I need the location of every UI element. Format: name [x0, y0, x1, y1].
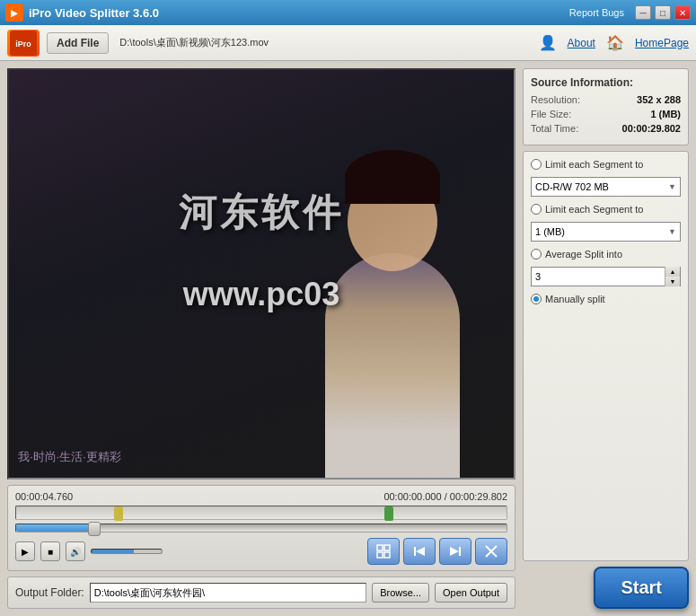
title-bar-right: Report Bugs ─ □ ✕: [569, 5, 691, 20]
video-area: 河东软件 www.pc03 我·时尚·生活·更精彩: [7, 68, 515, 480]
about-button[interactable]: About: [568, 37, 595, 49]
spinbox-up-button[interactable]: ▲: [665, 267, 680, 277]
resolution-value: 352 x 288: [637, 94, 681, 105]
minimize-button[interactable]: ─: [635, 5, 651, 20]
progress-thumb[interactable]: [88, 522, 101, 536]
title-bar: ▶ iPro Video Splitter 3.6.0 Report Bugs …: [0, 0, 696, 25]
option1-select-value: CD-R/W 702 MB: [535, 181, 609, 192]
resolution-row: Resolution: 352 x 288: [531, 94, 681, 105]
option4-label: Manually split: [545, 294, 605, 304]
svg-rect-8: [459, 547, 461, 556]
progress-fill: [16, 524, 94, 532]
maximize-button[interactable]: □: [655, 5, 671, 20]
spinbox-buttons: ▲ ▼: [665, 267, 680, 286]
file-path-display: D:\tools\桌面\新视频\河东123.mov: [116, 34, 323, 51]
right-panel: Source Information: Resolution: 352 x 28…: [523, 68, 689, 609]
person-icon: 👤: [539, 34, 557, 51]
totaltime-label: Total Time:: [531, 123, 578, 134]
totaltime-row: Total Time: 00:00:29.802: [531, 123, 681, 134]
watermark-url-text: www.pc03: [183, 276, 340, 313]
svg-marker-7: [416, 547, 425, 556]
report-bugs-text: Report Bugs: [569, 7, 624, 18]
progress-bar[interactable]: [15, 524, 507, 532]
app-logo: iPro: [7, 30, 40, 57]
output-bar: Output Folder: Browse... Open Output: [7, 576, 515, 609]
svg-marker-9: [450, 547, 459, 556]
split-options-panel: Limit each Segment to CD-R/W 702 MB ▼ Li…: [523, 151, 689, 561]
svg-rect-6: [414, 547, 416, 556]
start-button[interactable]: Start: [594, 567, 689, 609]
filesize-row: File Size: 1 (MB): [531, 109, 681, 119]
option1-select[interactable]: CD-R/W 702 MB ▼: [531, 177, 681, 197]
watermark-bottom-text: 我·时尚·生活·更精彩: [18, 450, 121, 463]
toolbar-right: 👤 About 🏠 HomePage: [539, 34, 689, 51]
output-folder-label: Output Folder:: [15, 586, 84, 599]
toolbar: iPro Add File D:\tools\桌面\新视频\河东123.mov …: [0, 25, 696, 61]
svg-rect-5: [384, 552, 390, 558]
source-info-panel: Source Information: Resolution: 352 x 28…: [523, 68, 689, 145]
option1-radio[interactable]: [531, 159, 542, 170]
add-file-button[interactable]: Add File: [47, 32, 109, 54]
option1-label: Limit each Segment to: [545, 159, 643, 170]
option2-select[interactable]: 1 (MB) ▼: [531, 222, 681, 242]
play-button[interactable]: ▶: [15, 541, 35, 561]
open-output-button[interactable]: Open Output: [435, 583, 507, 603]
title-bar-left: ▶ iPro Video Splitter 3.6.0: [5, 4, 159, 22]
option4-radio[interactable]: [531, 294, 542, 304]
option1-row: Limit each Segment to: [531, 159, 681, 170]
app-title: iPro Video Splitter 3.6.0: [29, 6, 159, 20]
volume-slider[interactable]: [91, 549, 163, 554]
svg-rect-2: [377, 545, 383, 550]
output-path-input[interactable]: [90, 583, 366, 603]
spinbox-value: 3: [532, 271, 665, 282]
svg-text:iPro: iPro: [15, 40, 31, 48]
option3-spinbox[interactable]: 3 ▲ ▼: [531, 267, 681, 286]
action-btn-4[interactable]: [475, 538, 507, 565]
source-info-title: Source Information:: [531, 76, 681, 89]
option3-radio[interactable]: [531, 249, 542, 260]
option2-label: Limit each Segment to: [545, 204, 643, 215]
action-btn-3[interactable]: [439, 538, 471, 565]
option2-radio[interactable]: [531, 204, 542, 215]
home-icon: 🏠: [606, 34, 624, 51]
spinbox-down-button[interactable]: ▼: [665, 277, 680, 286]
option2-select-value: 1 (MB): [535, 226, 565, 237]
option4-row: Manually split: [531, 294, 681, 304]
main-content: 河东软件 www.pc03 我·时尚·生活·更精彩 00:00:04.760 0…: [0, 61, 696, 616]
start-btn-container: Start: [523, 567, 689, 609]
filesize-label: File Size:: [531, 109, 571, 119]
split-marker-right[interactable]: [384, 506, 393, 521]
option3-row: Average Split into: [531, 249, 681, 260]
video-placeholder: 河东软件 www.pc03 我·时尚·生活·更精彩: [9, 70, 514, 478]
svg-rect-3: [384, 545, 390, 550]
left-panel: 河东软件 www.pc03 我·时尚·生活·更精彩 00:00:04.760 0…: [7, 68, 515, 609]
browse-button[interactable]: Browse...: [372, 583, 429, 603]
option2-row: Limit each Segment to: [531, 204, 681, 215]
current-time-display: 00:00:04.760: [15, 491, 73, 502]
stop-button[interactable]: ■: [40, 541, 60, 561]
action-btn-2[interactable]: [403, 538, 436, 565]
volume-icon[interactable]: 🔊: [66, 541, 85, 561]
homepage-button[interactable]: HomePage: [635, 37, 689, 49]
svg-rect-4: [377, 552, 383, 558]
total-time-display: 00:00:00.000 / 00:00:29.802: [383, 491, 507, 502]
option3-label: Average Split into: [545, 249, 622, 260]
split-marker-left[interactable]: [114, 506, 123, 521]
action-buttons: [367, 538, 507, 565]
totaltime-value: 00:00:29.802: [622, 123, 681, 134]
split-timeline[interactable]: [15, 506, 507, 520]
close-button[interactable]: ✕: [674, 5, 691, 20]
action-btn-1[interactable]: [367, 538, 400, 565]
option1-chevron-down-icon: ▼: [668, 182, 676, 191]
time-row: 00:00:04.760 00:00:00.000 / 00:00:29.802: [15, 491, 507, 502]
filesize-value: 1 (MB): [650, 109, 681, 119]
playback-controls: ▶ ■ 🔊: [15, 538, 507, 565]
controls-bar: 00:00:04.760 00:00:00.000 / 00:00:29.802…: [7, 485, 515, 571]
app-icon: ▶: [5, 4, 23, 22]
option2-chevron-down-icon: ▼: [668, 227, 676, 236]
resolution-label: Resolution:: [531, 94, 580, 105]
